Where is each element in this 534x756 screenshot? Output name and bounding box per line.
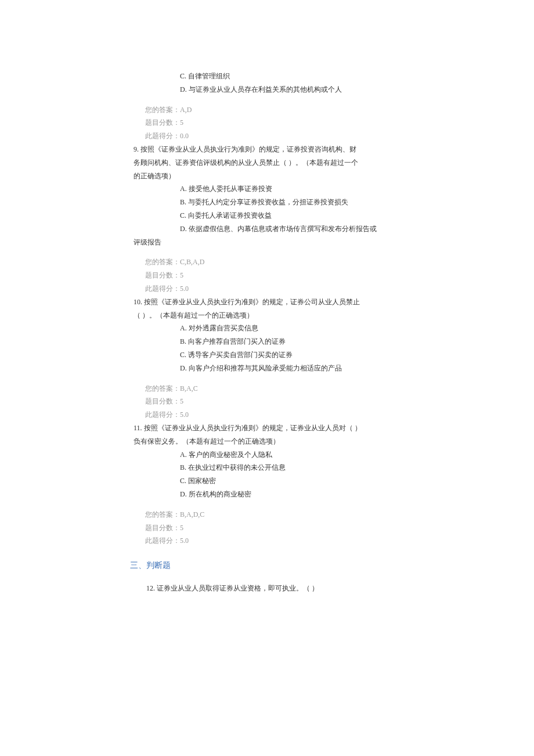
q9-option-d: D. 依据虚假信息、内幕信息或者市场传言撰写和发布分析报告或 (180, 222, 476, 236)
q11-option-a: A. 客户的商业秘密及个人隐私 (180, 448, 476, 462)
q10-your-answer: 您的答案：B,A,C (145, 382, 476, 395)
q9-answer-value: C,B,A,D (180, 258, 204, 266)
question-score-label: 题目分数： (145, 397, 180, 405)
q10-score-value: 5 (180, 397, 183, 405)
question-score-line: 题目分数：5 (145, 116, 476, 129)
q11-answer-value: B,A,D,C (180, 510, 204, 519)
q10-text-line2: （ ）。（本题有超过一个的正确选项） (134, 309, 476, 322)
q9-option-b: B. 与委托人约定分享证券投资收益，分担证券投资损失 (180, 196, 476, 209)
q11-this-score: 此题得分：5.0 (145, 534, 476, 548)
q9-option-c: C. 向委托人承诺证券投资收益 (180, 209, 476, 222)
q9-got-value: 5.0 (180, 285, 189, 293)
your-answer-value: A,D (180, 106, 192, 114)
q11-your-answer: 您的答案：B,A,D,C (145, 508, 476, 521)
this-score-line: 此题得分：0.0 (145, 129, 476, 143)
q9-option-d-cont: 评级报告 (134, 236, 476, 249)
q10-question-score: 题目分数：5 (145, 395, 476, 408)
q9-text-line3: 的正确选项） (134, 170, 476, 183)
option-c: C. 自律管理组织 (180, 70, 476, 83)
q10-option-a: A. 对外透露自营买卖信息 (180, 322, 476, 335)
q9-text-line1: 9. 按照《证券业从业人员执业行为准则》的规定，证券投资咨询机构、财 (134, 143, 476, 156)
q10-this-score: 此题得分：5.0 (145, 408, 476, 422)
q11-text-line2: 负有保密义务。（本题有超过一个的正确选项） (134, 435, 476, 448)
question-score-label: 题目分数： (145, 118, 180, 127)
this-score-label: 此题得分： (145, 411, 180, 419)
q11-got-value: 5.0 (180, 537, 189, 545)
this-score-value: 0.0 (180, 132, 189, 140)
q11-text-line1: 11. 按照《证券业从业人员执业行为准则》的规定，证券业从业人员对（ ） (134, 422, 476, 435)
q9-your-answer: 您的答案：C,B,A,D (145, 255, 476, 269)
this-score-label: 此题得分： (145, 537, 180, 545)
q11-option-b: B. 在执业过程中获得的未公开信息 (180, 461, 476, 474)
question-score-label: 题目分数： (145, 524, 180, 532)
this-score-label: 此题得分： (145, 132, 180, 140)
q9-this-score: 此题得分：5.0 (145, 282, 476, 296)
q11-option-d: D. 所在机构的商业秘密 (180, 488, 476, 501)
q10-text-line1: 10. 按照《证券业从业人员执业行为准则》的规定，证券公司从业人员禁止 (134, 296, 476, 309)
section-3-heading: 三、判断题 (130, 558, 476, 574)
q11-option-c: C. 国家秘密 (180, 474, 476, 488)
your-answer-label: 您的答案： (145, 384, 180, 393)
q10-option-d: D. 向客户介绍和推荐与其风险承受能力相适应的产品 (180, 362, 476, 375)
q10-option-c: C. 诱导客户买卖自营部门买卖的证券 (180, 348, 476, 362)
q9-option-a: A. 接受他人委托从事证券投资 (180, 182, 476, 196)
q12-text: 12. 证券业从业人员取得证券从业资格，即可执业。（ ） (146, 582, 476, 595)
q10-got-value: 5.0 (180, 411, 189, 419)
q9-question-score: 题目分数：5 (145, 269, 476, 282)
your-answer-label: 您的答案： (145, 510, 180, 519)
question-score-value: 5 (180, 118, 183, 127)
this-score-label: 此题得分： (145, 285, 180, 293)
your-answer-label: 您的答案： (145, 106, 180, 114)
q9-score-value: 5 (180, 271, 183, 279)
question-score-label: 题目分数： (145, 271, 180, 279)
your-answer-label: 您的答案： (145, 258, 180, 266)
q10-answer-value: B,A,C (180, 384, 198, 393)
your-answer-line: 您的答案：A,D (145, 103, 476, 117)
q10-option-b: B. 向客户推荐自营部门买入的证券 (180, 335, 476, 348)
q11-question-score: 题目分数：5 (145, 521, 476, 535)
document-page: C. 自律管理组织 D. 与证券业从业人员存在利益关系的其他机构或个人 您的答案… (0, 0, 534, 756)
q11-score-value: 5 (180, 524, 183, 532)
q9-text-line2: 务顾问机构、证券资信评级机构的从业人员禁止（ ）。（本题有超过一个 (134, 156, 476, 170)
option-d: D. 与证券业从业人员存在利益关系的其他机构或个人 (180, 83, 476, 96)
